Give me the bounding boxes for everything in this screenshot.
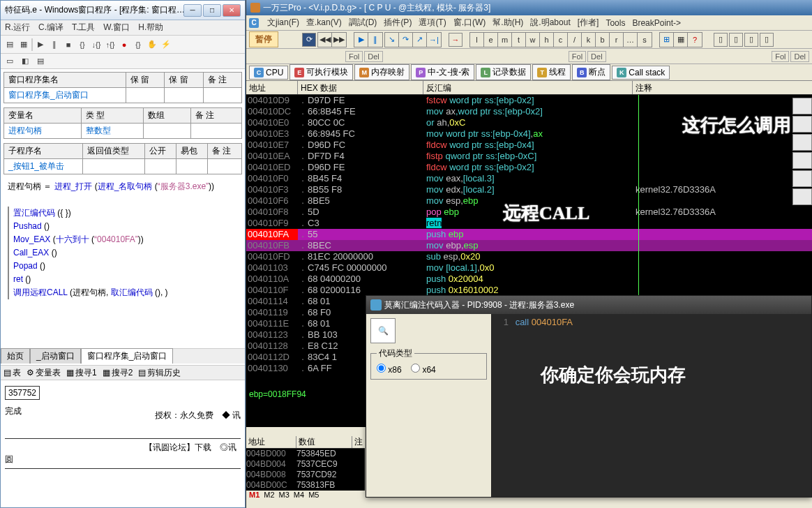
dump-row[interactable]: 004BD000753845ED bbox=[246, 449, 365, 459]
tab-断点[interactable]: B断点 bbox=[572, 64, 610, 80]
back-icon[interactable]: ◀◀ bbox=[318, 33, 332, 47]
letter-btn-l[interactable]: l bbox=[470, 33, 484, 47]
hdr-hex[interactable]: HEX 数据 bbox=[298, 81, 423, 94]
hdr-addr[interactable]: 地址 bbox=[246, 81, 298, 94]
restart-icon[interactable]: ⟳ bbox=[302, 33, 316, 47]
menu-author[interactable]: [作者] bbox=[578, 17, 599, 29]
menu-break[interactable]: BreakPoint-> bbox=[632, 18, 681, 28]
menu-run[interactable]: R.运行 bbox=[5, 22, 30, 33]
tool-a[interactable]: ▭ bbox=[3, 55, 16, 68]
cell[interactable]: 进程句柄 bbox=[4, 124, 82, 139]
tab-内存映射[interactable]: M内存映射 bbox=[354, 64, 409, 80]
menu-tools[interactable]: Tools bbox=[606, 18, 625, 28]
stepover-icon[interactable]: ↷ bbox=[399, 33, 413, 47]
menu-plugin[interactable]: 插件(P) bbox=[384, 17, 412, 29]
letter-btn-r[interactable]: r bbox=[610, 33, 624, 47]
maximize-button[interactable]: □ bbox=[203, 4, 221, 17]
tab-记录数据[interactable]: L记录数据 bbox=[476, 64, 531, 80]
table-subs[interactable]: 子程序名 返回值类型 公开 易包 备 注 _按钮1_被单击 bbox=[3, 143, 242, 174]
tab-programset[interactable]: 窗口程序集_启动窗口 bbox=[81, 348, 174, 364]
letter-btn-c[interactable]: c bbox=[554, 33, 568, 47]
hdr-disasm[interactable]: 反汇编 bbox=[423, 81, 633, 94]
letter-btn-h[interactable]: h bbox=[540, 33, 554, 47]
stop-icon[interactable]: ■ bbox=[62, 38, 75, 51]
breakpoint-icon[interactable]: ● bbox=[118, 38, 130, 51]
stepout-icon[interactable]: ↗ bbox=[413, 33, 427, 47]
disasm-row[interactable]: 004010FB.8BECmov ebp,esp bbox=[246, 240, 812, 251]
col-icon[interactable]: ▯ bbox=[714, 33, 728, 47]
menu-file[interactable]: 文jian(F) bbox=[267, 17, 299, 29]
grid-icon[interactable]: ⊞ bbox=[660, 33, 674, 47]
disasm-row[interactable]: 004010F8.5Dpop ebpkernel32.76D3336A bbox=[246, 207, 812, 218]
tab-线程[interactable]: T线程 bbox=[532, 64, 571, 80]
disasm-row[interactable]: 004010EA.DF7D F4fistp qword ptr ss:[ebp-… bbox=[246, 151, 812, 162]
tool-c[interactable]: ▤ bbox=[34, 55, 47, 68]
braces-icon[interactable]: {} bbox=[132, 38, 144, 51]
pause2-icon[interactable]: ‖ bbox=[368, 33, 382, 47]
col4-icon[interactable]: ▯ bbox=[760, 33, 774, 47]
disasm-row[interactable]: 004010F3.8B55 F8mov edx,[local.2]kernel3… bbox=[246, 184, 812, 195]
dump-view[interactable]: 地址 数值 注 004BD000753845ED004BD0047537CEC9… bbox=[246, 436, 365, 491]
side-btn[interactable] bbox=[792, 152, 812, 169]
m-tab-1[interactable]: M1 bbox=[249, 491, 260, 502]
letter-btn-m[interactable]: m bbox=[498, 33, 512, 47]
disasm-row[interactable]: 004010E0.80CC 0Cor ah,0xC bbox=[246, 117, 812, 128]
cell[interactable]: 窗口程序集_启动窗口 bbox=[4, 88, 126, 103]
run-icon[interactable]: ▶ bbox=[354, 33, 368, 47]
menu-help[interactable]: 幫.助(H) bbox=[493, 17, 523, 29]
tab-Call stack[interactable]: KCall stack bbox=[612, 66, 670, 80]
col2-icon[interactable]: ▯ bbox=[729, 33, 743, 47]
injector-code[interactable]: 1 call 004010FA 你确定你会玩内存 bbox=[492, 314, 811, 497]
dump-hdr-cmt[interactable]: 注 bbox=[352, 436, 365, 448]
run-icon[interactable]: ⚡ bbox=[160, 38, 172, 51]
tool-b[interactable]: ◧ bbox=[19, 55, 31, 68]
search-icon[interactable]: 🔍 bbox=[370, 318, 396, 343]
letter-btn-/[interactable]: / bbox=[568, 33, 582, 47]
new-icon[interactable]: ▤ bbox=[3, 38, 16, 51]
menu-view[interactable]: 查.kan(V) bbox=[306, 17, 342, 29]
disasm-row[interactable]: 004010F0.8B45 F4mov eax,[local.3] bbox=[246, 173, 812, 184]
c-icon[interactable]: C bbox=[249, 18, 259, 28]
disasm-row[interactable]: 004010F6.8BE5mov esp,ebp bbox=[246, 195, 812, 207]
dump-row[interactable]: 004BD00C753813FB bbox=[246, 480, 365, 491]
color-icon[interactable]: ▦ bbox=[674, 33, 688, 47]
pause-button[interactable]: 暂停 bbox=[249, 31, 278, 47]
letter-btn-s[interactable]: s bbox=[638, 33, 652, 47]
dump-hdr-addr[interactable]: 地址 bbox=[246, 436, 296, 448]
tab-中-文-搜-索[interactable]: P中-文-搜-索 bbox=[411, 64, 474, 80]
cell[interactable]: _按钮1_被单击 bbox=[4, 159, 83, 174]
stepout-icon[interactable]: ↑{} bbox=[104, 38, 116, 51]
tab-start[interactable]: 始页 bbox=[1, 348, 30, 364]
disasm-row[interactable]: 004010D9.D97D FEfstcw word ptr ss:[ebp-0… bbox=[246, 95, 812, 106]
m-tab-3[interactable]: M3 bbox=[279, 491, 290, 502]
side-btn[interactable] bbox=[792, 134, 812, 151]
stepinto-icon[interactable]: ↓{} bbox=[90, 38, 103, 51]
letter-btn-e[interactable]: e bbox=[484, 33, 498, 47]
cell[interactable]: 整数型 bbox=[82, 124, 144, 139]
letter-btn-…[interactable]: … bbox=[624, 33, 638, 47]
injector-title[interactable]: 莫离汇编注代码入器 - PID:9908 - 进程:服务器3.exe bbox=[366, 296, 811, 314]
forum-link[interactable]: 【讯圆论坛】下载 ◎讯圆 bbox=[5, 442, 236, 464]
disasm-row[interactable]: 004010E7.D96D FCfldcw word ptr ss:[ebp-0… bbox=[246, 140, 812, 151]
menu-tools[interactable]: T.工具 bbox=[72, 22, 95, 33]
code-area[interactable]: 进程句柄 ＝ 进程_打开 (进程_名取句柄 (“服务器3.exe”)) 置汇编代… bbox=[3, 179, 242, 301]
btn-search2[interactable]: ▦ 搜寻2 bbox=[103, 367, 133, 379]
tab-CPU[interactable]: CCPU bbox=[249, 66, 288, 80]
step-icon[interactable]: {} bbox=[76, 38, 89, 51]
disasm-row[interactable]: 004010F9.C3retn bbox=[246, 218, 812, 229]
disasm-row[interactable]: 004010DC.66:8B45 FEmov ax,word ptr ss:[e… bbox=[246, 106, 812, 117]
menu-help[interactable]: H.帮助 bbox=[138, 22, 163, 33]
minimize-button[interactable]: ─ bbox=[183, 4, 202, 17]
dump-row[interactable]: 004BD0087537CD92 bbox=[246, 470, 365, 480]
dump-hdr-value[interactable]: 数值 bbox=[296, 436, 352, 448]
menu-window[interactable]: 窗.口(W) bbox=[453, 17, 486, 29]
menu-compile[interactable]: C.编译 bbox=[38, 22, 63, 33]
radio-x86[interactable]: x86 bbox=[377, 365, 402, 375]
menu-debug[interactable]: 調試(D) bbox=[349, 17, 377, 29]
btn-vartable[interactable]: ⚙ 变量表 bbox=[27, 367, 61, 379]
letter-btn-t[interactable]: t bbox=[512, 33, 526, 47]
side-btn[interactable] bbox=[792, 98, 812, 114]
runto-icon[interactable]: →| bbox=[427, 33, 441, 47]
hand-icon[interactable]: ✋ bbox=[146, 38, 158, 51]
tab-window[interactable]: _启动窗口 bbox=[30, 348, 81, 364]
